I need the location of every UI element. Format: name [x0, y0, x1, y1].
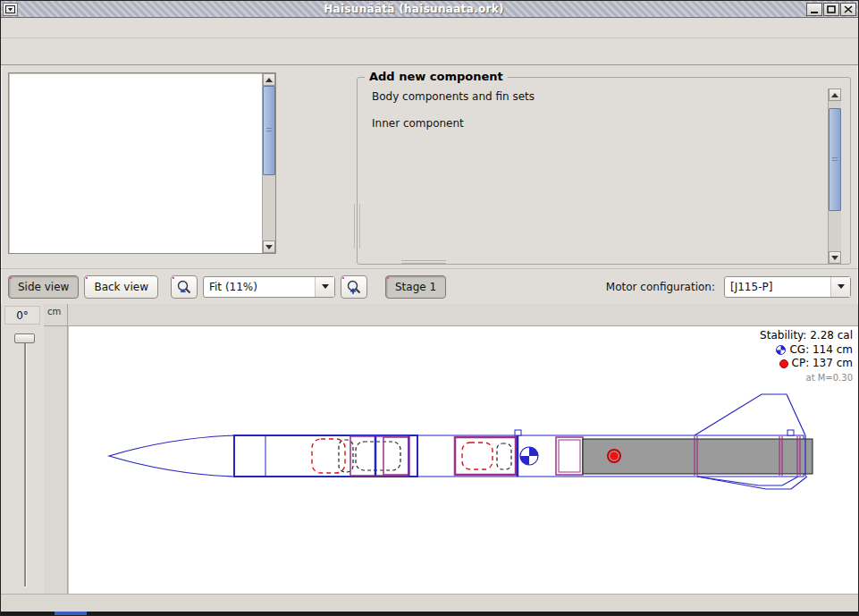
- app-window: Haisunäätä (haisunaata.ork) Add new comp…: [0, 0, 859, 616]
- view-toolbar: Side view Back view Fit (11%) Stage 1: [1, 268, 858, 304]
- scroll-up-button[interactable]: [829, 89, 841, 101]
- rotation-readout: 0°: [4, 306, 40, 325]
- scroll-down-button[interactable]: [263, 240, 275, 253]
- mach-note: at M=0.30: [760, 371, 853, 385]
- rocket-canvas[interactable]: Stability: 2.28 cal CG: 114 cm CP: 137 c…: [68, 326, 858, 594]
- magnifier-plus-icon: [346, 279, 362, 295]
- back-view-button[interactable]: Back view: [84, 275, 158, 299]
- maximize-button[interactable]: [823, 3, 839, 16]
- chevron-down-icon: [838, 284, 845, 289]
- cg-marker: [520, 447, 538, 465]
- status-bar: [1, 594, 858, 612]
- tree-scrollbar-thumb[interactable]: [263, 86, 275, 175]
- rocket-view-area: 0° cm: [1, 304, 858, 594]
- zoom-in-button[interactable]: [341, 275, 367, 299]
- title-bar: Haisunäätä (haisunaata.ork): [1, 1, 858, 18]
- zoom-level-select[interactable]: Fit (11%): [203, 276, 335, 298]
- add-component-title: Add new component: [365, 70, 508, 83]
- combo-arrow-button[interactable]: [315, 277, 334, 297]
- side-view-button[interactable]: Side view: [8, 275, 79, 299]
- body-components-label: Body components and fin sets: [372, 90, 828, 103]
- ruler-unit-label: cm: [44, 304, 68, 326]
- cg-icon: [776, 345, 786, 355]
- window-menu-button[interactable]: [3, 3, 18, 16]
- zoom-level-value: Fit (11%): [204, 281, 315, 293]
- add-new-component-group: Add new component Body components and fi…: [357, 77, 851, 265]
- scroll-up-button[interactable]: [263, 73, 275, 86]
- stability-info: Stability: 2.28 cal CG: 114 cm CP: 137 c…: [760, 329, 853, 384]
- cp-icon: [779, 359, 788, 368]
- rotation-slider-track: [24, 337, 26, 586]
- rocket-design-panel: Add new component Body components and fi…: [1, 65, 858, 268]
- zoom-out-button[interactable]: [171, 275, 198, 299]
- motor-configuration-label: Motor configuration:: [606, 281, 715, 293]
- tree-scrollbar[interactable]: [262, 73, 275, 253]
- motor-configuration-value: [J115-P]: [725, 281, 830, 293]
- window-title: Haisunäätä (haisunaata.ork): [21, 3, 806, 15]
- rotation-slider-handle[interactable]: [14, 333, 35, 343]
- menu-bar: [1, 18, 858, 38]
- component-panel-scrollbar[interactable]: [828, 89, 841, 264]
- tab-strip: [1, 38, 858, 65]
- magnifier-minus-icon: [176, 279, 192, 295]
- stage-1-toggle[interactable]: Stage 1: [385, 275, 446, 299]
- vertical-ruler: [44, 326, 68, 594]
- rocket-drawing: [69, 326, 858, 594]
- cp-value: CP: 137 cm: [792, 357, 853, 371]
- inner-component-label: Inner component: [372, 117, 828, 130]
- cg-value: CG: 114 cm: [789, 343, 853, 358]
- rotation-slider-column: [1, 326, 44, 594]
- window-menu-icon: [5, 5, 15, 13]
- motor-configuration-select[interactable]: [J115-P]: [724, 276, 851, 298]
- minimize-button[interactable]: [806, 3, 822, 16]
- component-scrollbar-thumb[interactable]: [829, 108, 841, 211]
- horizontal-ruler: [68, 304, 858, 326]
- component-tree: [8, 72, 276, 254]
- scroll-down-button[interactable]: [829, 251, 841, 264]
- combo-arrow-button[interactable]: [830, 277, 850, 297]
- close-button[interactable]: [840, 3, 856, 16]
- stability-value: Stability: 2.28 cal: [760, 329, 853, 343]
- chevron-down-icon: [322, 284, 329, 289]
- window-bottom-edge: [1, 612, 858, 615]
